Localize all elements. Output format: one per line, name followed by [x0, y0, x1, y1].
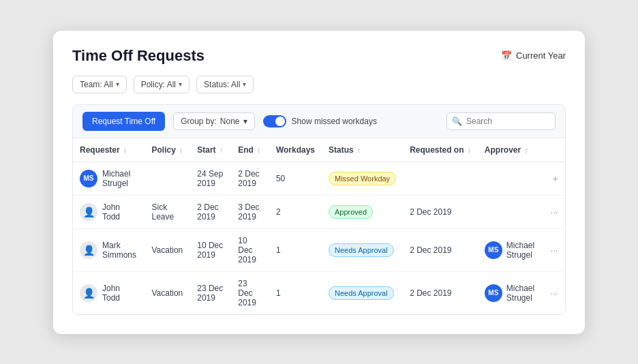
- sort-icon: ↑: [219, 147, 223, 154]
- approver-info: MSMichael Strugel: [485, 284, 536, 303]
- policy-cell: Vacation: [145, 228, 190, 271]
- group-by-value: None: [220, 117, 240, 126]
- workdays-cell: 50: [269, 162, 322, 195]
- search-box: 🔍: [446, 112, 556, 130]
- policy-cell: Sick Leave: [145, 195, 190, 228]
- requester-name: John Todd: [102, 284, 138, 303]
- requester-name: John Todd: [102, 202, 138, 222]
- status-badge: Needs Approval: [329, 286, 394, 300]
- time-off-table: Requester ↕ Policy ↕ Start ↑ End ↕ Workd…: [73, 138, 565, 314]
- requested-on-cell: 2 Dec 2019: [403, 195, 478, 228]
- workdays-cell: 1: [269, 271, 322, 314]
- show-missed-label: Show missed workdays: [292, 117, 377, 126]
- sort-icon: ↕: [257, 147, 260, 154]
- actions-cell[interactable]: ···: [543, 271, 565, 314]
- col-requester: Requester ↕: [73, 138, 145, 162]
- actions-cell[interactable]: +: [543, 162, 565, 195]
- avatar: 👤: [80, 284, 97, 302]
- col-status: Status ↕: [322, 138, 403, 162]
- status-badge: Approved: [329, 205, 373, 219]
- approver-cell: MSMichael Strugel: [478, 271, 543, 314]
- toggle-row: Show missed workdays: [263, 115, 377, 127]
- requester-cell: MSMichael Strugel: [80, 169, 138, 188]
- table-header-row: Requester ↕ Policy ↕ Start ↑ End ↕ Workd…: [73, 138, 565, 162]
- end-cell: 3 Dec 2019: [231, 195, 269, 228]
- table-container: Request Time Off Group by: None ▾ Show m…: [72, 104, 566, 315]
- start-cell: 2 Dec 2019: [190, 195, 231, 228]
- start-cell: 10 Dec 2019: [190, 228, 231, 271]
- sort-icon: ↕: [525, 147, 528, 154]
- toolbar: Request Time Off Group by: None ▾ Show m…: [73, 105, 565, 138]
- col-end: End ↕: [231, 138, 269, 162]
- requester-cell: 👤John Todd: [80, 202, 138, 222]
- approver-info: MSMichael Strugel: [485, 241, 536, 260]
- requester-cell: 👤Mark Simmons: [80, 241, 138, 260]
- sort-icon: ↕: [179, 147, 183, 154]
- chevron-down-icon: ▾: [243, 117, 247, 126]
- status-cell: Needs Approval: [322, 228, 403, 271]
- col-actions: [543, 138, 565, 162]
- policy-cell: Vacation: [145, 271, 190, 314]
- request-time-off-button[interactable]: Request Time Off: [82, 112, 165, 131]
- actions-cell[interactable]: ···: [543, 228, 565, 271]
- card-header: Time Off Requests 📅 Current Year: [72, 47, 566, 65]
- sort-icon: ↕: [468, 147, 471, 154]
- workdays-cell: 2: [269, 195, 322, 228]
- page-title: Time Off Requests: [72, 47, 204, 65]
- requester-name: Mark Simmons: [102, 241, 138, 260]
- table-row: 👤John ToddSick Leave2 Dec 20193 Dec 2019…: [73, 195, 565, 228]
- requested-on-cell: [403, 162, 478, 195]
- team-filter[interactable]: Team: All ▾: [72, 76, 127, 93]
- chevron-down-icon: ▾: [179, 80, 182, 88]
- status-cell: Approved: [322, 195, 403, 228]
- end-cell: 23 Dec 2019: [231, 271, 269, 314]
- filters-row: Team: All ▾ Policy: All ▾ Status: All ▾: [72, 76, 566, 93]
- status-filter-label: Status: All: [204, 80, 240, 89]
- table-row: 👤John ToddVacation23 Dec 201923 Dec 2019…: [73, 271, 565, 314]
- current-year-button[interactable]: 📅 Current Year: [501, 50, 566, 61]
- requester-cell: 👤John Todd: [80, 284, 138, 303]
- policy-filter[interactable]: Policy: All ▾: [134, 76, 189, 93]
- col-start: Start ↑: [190, 138, 231, 162]
- end-cell: 2 Dec 2019: [231, 162, 269, 195]
- missed-workdays-toggle[interactable]: [263, 115, 286, 127]
- team-filter-label: Team: All: [80, 80, 113, 89]
- approver-name: Michael Strugel: [506, 241, 536, 260]
- approver-cell: MSMichael Strugel: [478, 228, 543, 271]
- col-approver: Approver ↕: [478, 138, 543, 162]
- approver-avatar: MS: [485, 284, 502, 302]
- col-workdays: Workdays: [269, 138, 322, 162]
- group-by-label: Group by:: [181, 117, 217, 126]
- start-cell: 23 Dec 2019: [190, 271, 231, 314]
- requested-on-cell: 2 Dec 2019: [403, 271, 478, 314]
- avatar: 👤: [80, 241, 97, 259]
- requester-name: Michael Strugel: [102, 169, 138, 188]
- start-cell: 24 Sep 2019: [190, 162, 231, 195]
- actions-cell[interactable]: ···: [543, 195, 565, 228]
- approver-avatar: MS: [485, 241, 502, 259]
- status-cell: Missed Workday: [322, 162, 403, 195]
- current-year-label: Current Year: [516, 50, 566, 61]
- requested-on-cell: 2 Dec 2019: [403, 228, 478, 271]
- sort-icon: ↕: [357, 147, 361, 154]
- approver-cell: [478, 162, 543, 195]
- table-row: MSMichael Strugel24 Sep 20192 Dec 201950…: [73, 162, 565, 195]
- status-cell: Needs Approval: [322, 271, 403, 314]
- search-input[interactable]: [446, 112, 556, 130]
- chevron-down-icon: ▾: [116, 80, 119, 88]
- status-badge: Needs Approval: [329, 243, 394, 257]
- status-badge: Missed Workday: [329, 172, 396, 185]
- status-filter[interactable]: Status: All ▾: [196, 76, 254, 93]
- table-row: 👤Mark SimmonsVacation10 Dec 201910 Dec 2…: [73, 228, 565, 271]
- approver-name: Michael Strugel: [506, 284, 536, 303]
- chevron-down-icon: ▾: [243, 80, 246, 88]
- search-icon: 🔍: [452, 117, 462, 126]
- avatar: 👤: [80, 203, 97, 221]
- avatar: MS: [80, 170, 97, 187]
- sort-icon: ↕: [123, 147, 127, 154]
- main-card: Time Off Requests 📅 Current Year Team: A…: [53, 31, 585, 334]
- group-by-button[interactable]: Group by: None ▾: [173, 112, 254, 130]
- approver-cell: [478, 195, 543, 228]
- workdays-cell: 1: [269, 228, 322, 271]
- col-requested-on: Requested on ↕: [403, 138, 478, 162]
